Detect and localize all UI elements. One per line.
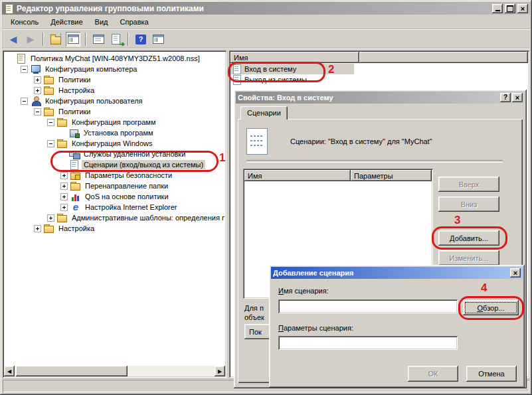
edit-button[interactable]: Изменить... — [438, 250, 499, 266]
folder-icon — [44, 107, 54, 116]
annotation-circle-3 — [432, 226, 507, 250]
menu-action[interactable]: Действие — [44, 16, 88, 28]
script-name-label: Имя сценария: — [278, 287, 329, 295]
annotation-circle-2 — [228, 62, 325, 82]
title-bar: Редактор управления групповыми политикам… — [2, 2, 530, 15]
expand-minus-icon[interactable] — [47, 140, 54, 147]
minimize-button[interactable] — [492, 4, 503, 13]
tab-scripts[interactable]: Сценарии — [240, 106, 288, 119]
expand-plus-icon[interactable] — [47, 214, 54, 222]
tree-item-software-config[interactable]: Конфигурация программ — [5, 117, 224, 127]
up-one-level-icon[interactable]: ↑ — [48, 32, 63, 46]
tree-item-folder-redirect[interactable]: Перенаправление папки — [5, 181, 224, 191]
tree-item-user-config[interactable]: Конфигурация пользователя — [5, 96, 224, 106]
add-dialog-title-bar: Добавление сценария × — [271, 267, 523, 279]
tree-item-preferences-computer[interactable]: Настройка — [5, 85, 224, 96]
tree-item-policies-computer[interactable]: Политики — [5, 74, 224, 85]
toolbar: ◀ ▶ ↑ ➔ ? — [2, 30, 530, 49]
horizontal-scrollbar[interactable]: ◀ ▶ — [4, 366, 225, 376]
annotation-number-4: 4 — [481, 281, 487, 295]
clipped-hint-line2: объек — [244, 313, 264, 321]
properties-icon[interactable] — [91, 32, 106, 46]
ok-button[interactable]: ОК — [408, 366, 458, 382]
column-header-name[interactable]: Имя — [244, 170, 351, 181]
tree-item-ie-settings[interactable]: e Настройка Internet Explorer — [5, 202, 224, 212]
annotation-number-1: 1 — [219, 151, 225, 165]
expand-minus-icon[interactable] — [47, 119, 54, 126]
up-button[interactable]: Вверх — [438, 177, 499, 192]
qos-chart-icon — [70, 192, 81, 201]
properties-dialog-title-bar: Свойства: Вход в систему ? × — [236, 92, 525, 104]
export-list-icon[interactable]: ➔ — [108, 32, 123, 46]
script-name-input[interactable] — [278, 299, 458, 313]
security-folder-icon — [70, 171, 81, 180]
expand-minus-icon[interactable] — [21, 98, 28, 105]
menu-console[interactable]: Консоль — [5, 16, 44, 28]
script-params-input[interactable] — [278, 336, 458, 350]
script-large-icon — [246, 128, 268, 155]
user-icon — [31, 96, 41, 106]
folder-icon — [70, 181, 81, 191]
annotation-number-3: 3 — [454, 214, 460, 227]
context-help-icon[interactable]: ? — [500, 93, 511, 102]
annotation-circle-1 — [50, 151, 219, 172]
tree-item-policy-root[interactable]: Политика MyChat [WIN-408YMY3DZ51.w2008.n… — [5, 53, 224, 64]
menu-bar: Консоль Действие Вид Справка — [2, 15, 530, 30]
console-tree-toggle-icon[interactable] — [66, 32, 80, 46]
window-title: Редактор управления групповыми политикам… — [17, 4, 490, 13]
tree-item-software-install[interactable]: Установка программ — [5, 127, 224, 138]
tree-item-qos[interactable]: QoS на основе политики — [5, 191, 224, 202]
expand-plus-icon[interactable] — [60, 193, 68, 200]
maximize-button[interactable] — [505, 4, 515, 13]
expand-plus-icon[interactable] — [60, 172, 68, 179]
expand-plus-icon[interactable] — [34, 87, 41, 94]
tree-item-computer-config[interactable]: Конфигурация компьютера — [5, 64, 224, 74]
forward-icon[interactable]: ▶ — [23, 32, 38, 46]
toolbar-separator — [43, 33, 44, 46]
menu-view[interactable]: Вид — [89, 16, 114, 28]
toolbar-separator — [85, 33, 86, 46]
help-icon[interactable]: ? — [133, 32, 148, 46]
scroll-left-icon[interactable]: ◀ — [4, 366, 15, 376]
scripts-list-headers: Имя Параметры — [244, 170, 432, 181]
close-icon[interactable]: × — [512, 93, 523, 102]
script-params-label: Параметры сценария: — [278, 324, 353, 332]
folder-icon — [44, 224, 54, 233]
package-icon — [69, 128, 80, 137]
scroll-right-icon[interactable]: ▶ — [215, 366, 225, 376]
expand-minus-icon[interactable] — [34, 108, 41, 116]
annotation-circle-4 — [458, 296, 524, 320]
column-header-params[interactable]: Параметры — [351, 170, 432, 181]
expand-plus-icon[interactable] — [34, 76, 41, 84]
app-icon — [4, 4, 15, 13]
down-button[interactable]: Вниз — [438, 197, 499, 212]
expand-plus-icon[interactable] — [60, 204, 68, 211]
tree-item-policies-user[interactable]: Политики — [5, 106, 224, 117]
close-button[interactable]: × — [517, 4, 528, 13]
scripts-description: Сценарии: "Вход в систему" для "MyChat" — [290, 137, 432, 145]
tree-item-preferences-user[interactable]: Настройка — [5, 223, 224, 234]
gpo-icon — [16, 54, 27, 63]
column-header-blank[interactable] — [359, 52, 528, 63]
expand-minus-icon[interactable] — [21, 66, 28, 73]
console-tree-pane: Политика MyChat [WIN-408YMY3DZ51.w2008.n… — [3, 50, 226, 378]
cancel-button[interactable]: Отмена — [466, 366, 517, 382]
new-window-icon[interactable] — [151, 32, 165, 46]
menu-help[interactable]: Справка — [114, 16, 155, 28]
scrollbar-thumb[interactable] — [16, 366, 128, 376]
tree-item-windows-config[interactable]: Конфигурация Windows — [5, 138, 224, 149]
folder-icon — [57, 139, 68, 148]
folder-icon — [44, 75, 54, 84]
expand-plus-icon[interactable] — [34, 225, 41, 232]
computer-icon — [31, 64, 41, 74]
separator-line — [246, 160, 503, 163]
folder-icon — [57, 213, 68, 222]
tree-item-admin-templates[interactable]: Административные шаблоны: определения по… — [5, 212, 224, 223]
back-icon[interactable]: ◀ — [6, 32, 21, 46]
add-dialog-title: Добавление сценария — [273, 269, 509, 277]
internet-explorer-icon: e — [70, 202, 81, 212]
close-icon[interactable]: × — [510, 268, 521, 277]
toolbar-separator — [128, 33, 129, 46]
expand-plus-icon[interactable] — [60, 183, 68, 190]
console-tree: Политика MyChat [WIN-408YMY3DZ51.w2008.n… — [5, 53, 224, 364]
